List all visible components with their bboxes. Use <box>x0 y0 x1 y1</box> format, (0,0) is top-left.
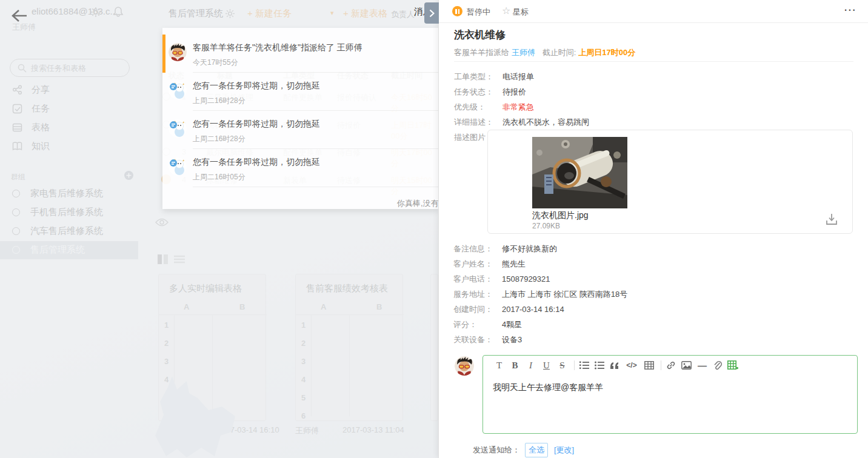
strikethrough-icon[interactable]: S <box>557 360 567 371</box>
assistant-avatar <box>169 119 187 138</box>
notification-item[interactable]: 您有一条任务即将过期，切勿拖延 上周二16时28分 <box>162 73 438 111</box>
assignment-line: 客服羊羊指派给王师傅 截止时间:上周日17时00分 <box>454 47 635 58</box>
project-dot-icon <box>12 246 20 254</box>
star-button[interactable]: 星标 <box>513 7 529 18</box>
field-value: 熊先生 <box>502 259 526 268</box>
star-icon[interactable]: ☆ <box>502 5 510 16</box>
sidebar-project-aftersales: 售后管理系统 <box>30 244 85 256</box>
notification-item[interactable]: 客服羊羊将任务"洗衣机维修"指派给了 王师傅 今天17时55分 <box>162 35 438 73</box>
search-input: 搜索任务和表格 <box>10 59 130 77</box>
back-arrow-button[interactable] <box>11 8 28 23</box>
toolbar-separator <box>574 360 575 370</box>
bell-icon <box>113 6 124 17</box>
deadline-label: 截止时间: <box>542 48 576 57</box>
attachment-photo[interactable] <box>532 137 627 208</box>
mini-row: 3 <box>301 357 305 366</box>
attachment-card[interactable]: 洗衣机图片.jpg 27.09KB <box>487 130 853 234</box>
notification-item[interactable]: 您有一条任务即将过期，切勿拖延 上周二16时05分 <box>162 149 438 187</box>
field-label: 客户姓名： <box>453 259 502 270</box>
notification-time: 今天17时55分 <box>193 58 238 68</box>
field-value: 设备3 <box>502 335 522 344</box>
notification-time: 上周二16时28分 <box>193 96 245 106</box>
field-value: 上海市 上海市 徐汇区 陕西南路18号 <box>502 290 627 299</box>
mini-row: 2 <box>164 339 169 348</box>
new-task-button: + 新建任务 <box>247 8 292 19</box>
mini-col: B <box>376 302 382 311</box>
link-icon[interactable] <box>666 360 676 370</box>
mini-row: 4 <box>301 375 305 384</box>
attachment-filename: 洗衣机图片.jpg <box>532 210 589 221</box>
notification-time: 上周二16时28分 <box>193 134 245 144</box>
change-recipients-link[interactable]: [更改] <box>554 445 574 456</box>
attachment-paperclip-icon[interactable] <box>713 360 722 370</box>
divider <box>454 61 853 62</box>
notify-label: 发送通知给： <box>473 445 520 456</box>
task-title: 洗衣机维修 <box>454 28 506 42</box>
text-format-icon[interactable]: T <box>494 360 504 371</box>
status-badge[interactable]: 暂停中 <box>467 7 490 18</box>
sidebar-project-appliance: 家电售后维修系统 <box>30 188 103 199</box>
field-label: 详细描述： <box>454 117 502 128</box>
sidebar-item-share: 分享 <box>32 84 50 96</box>
select-all-button[interactable]: 全选 <box>525 443 548 457</box>
assistant-avatar <box>169 158 187 176</box>
italic-icon[interactable]: I <box>526 360 536 371</box>
field-value: 4颗星 <box>502 320 522 329</box>
sheet-card <box>430 274 438 421</box>
underline-icon[interactable]: U <box>541 360 552 371</box>
list-view-icon <box>174 255 185 264</box>
project-dot-icon <box>12 227 20 235</box>
add-group-icon <box>124 170 134 181</box>
field-label: 客户电话： <box>453 274 502 285</box>
separator <box>193 187 438 187</box>
field-value: 电话报单 <box>502 72 534 81</box>
unordered-list-icon[interactable] <box>595 360 604 370</box>
owner-filter: 负责人 <box>391 9 415 20</box>
comment-input[interactable]: 我明天上午去修理@客服羊羊 <box>493 382 603 393</box>
field-label: 工单类型： <box>454 71 502 82</box>
search-placeholder: 搜索任务和表格 <box>31 63 86 74</box>
project-title: 售后管理系统 <box>169 8 223 19</box>
notifications-panel: 客服羊羊将任务"洗衣机维修"指派给了 王师傅 今天17时55分 您有一条任务即将… <box>162 28 438 209</box>
mini-col: A <box>184 302 189 311</box>
ordered-list-icon[interactable] <box>579 360 589 370</box>
unread-marker <box>162 35 165 73</box>
sheet-card-time: 2017-03-13 11:04 <box>342 425 404 434</box>
sheet-card-title: 多人实时编辑表格 <box>169 283 242 294</box>
sheet-card-owner: 王师傅 <box>295 425 319 436</box>
more-options-button[interactable]: ⋯ <box>844 2 856 17</box>
insert-table-icon[interactable] <box>727 360 738 370</box>
mini-row: 1 <box>164 320 169 330</box>
project-dot-icon <box>12 190 20 197</box>
code-icon[interactable]: </> <box>624 361 639 370</box>
notification-item[interactable]: 您有一条任务即将过期，切勿拖延 上周二16时28分 <box>162 111 438 149</box>
mini-row: 2 <box>301 339 305 348</box>
chevron-right-icon <box>429 9 435 18</box>
field-label: 备注信息： <box>453 244 502 254</box>
bold-icon[interactable]: B <box>510 360 520 371</box>
field-label: 任务状态： <box>454 87 502 98</box>
project-settings-gear-icon <box>225 9 235 18</box>
knowledge-icon <box>12 141 22 151</box>
field-value: 修不好就换新的 <box>502 244 557 253</box>
comment-editor[interactable]: T B I U S </> — 我明天上午去修理@客服羊羊 <box>482 355 858 434</box>
assignee-link[interactable]: 王师傅 <box>512 48 535 57</box>
priority-value: 非常紧急 <box>502 102 534 111</box>
horizontal-rule-icon[interactable]: — <box>697 360 707 371</box>
assign-prefix: 客服羊羊指派给 <box>454 48 509 57</box>
table-icon[interactable] <box>644 361 654 370</box>
paused-status-icon[interactable] <box>452 6 462 16</box>
mini-col: B <box>239 302 245 311</box>
download-icon[interactable] <box>825 213 838 226</box>
collapse-panel-button[interactable] <box>424 2 439 24</box>
image-icon[interactable] <box>681 361 692 370</box>
sidebar-project-auto: 汽车售后维修系统 <box>30 225 103 237</box>
sidebar-item-sheets: 表格 <box>32 122 50 133</box>
eye-icon <box>155 218 169 227</box>
blockquote-icon[interactable] <box>610 362 619 370</box>
field-label: 关联设备： <box>453 334 502 345</box>
search-icon <box>18 64 27 73</box>
mini-col: A <box>321 302 326 311</box>
task-icon <box>12 104 22 114</box>
notification-text: 您有一条任务即将过期，切勿拖延 <box>193 81 320 91</box>
